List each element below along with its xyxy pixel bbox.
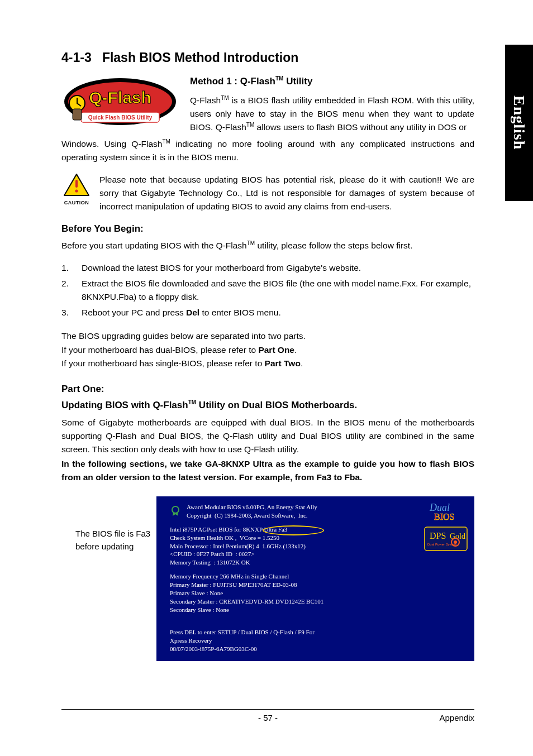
guides-paragraph: The BIOS upgrading guides below are sepa… bbox=[61, 329, 474, 370]
bios-line: Main Processor : Intel Pentium(R) 4 1.6G… bbox=[170, 542, 465, 551]
bios-line: 08/07/2003-i875P-6A79BG03C-00 bbox=[170, 645, 465, 653]
bios-line: Award Modular BIOS v6.00PG, An Energy St… bbox=[187, 503, 317, 511]
svg-rect-6 bbox=[73, 109, 82, 120]
part-one-heading: Part One: bbox=[61, 384, 474, 395]
part-one-bold-note: In the following sections, we take GA-8K… bbox=[61, 457, 474, 484]
svg-text:Dual: Dual bbox=[429, 502, 450, 513]
bios-line: Press DEL to enter SETUP / Dual BIOS / Q… bbox=[170, 628, 465, 637]
step-item: 2.Extract the BIOS file downloaded and s… bbox=[61, 277, 474, 304]
bios-screenshot: Dual BIOS DPS Gold Dual Power System bbox=[156, 496, 474, 661]
bios-line: Secondary Slave : None bbox=[170, 606, 465, 614]
dual-bios-logo: Dual BIOS bbox=[424, 502, 468, 521]
dps-gold-logo: DPS Gold Dual Power System bbox=[424, 527, 468, 551]
section-title: Flash BIOS Method Introduction bbox=[102, 50, 298, 65]
svg-text:DPS: DPS bbox=[430, 531, 446, 540]
section-heading: 4-1-3 Flash BIOS Method Introduction bbox=[61, 50, 474, 65]
part-one-subheading: Updating BIOS with Q-FlashTM Utility on … bbox=[61, 399, 474, 411]
step-item: 1.Download the latest BIOS for your moth… bbox=[61, 261, 474, 275]
caution-label: CAUTION bbox=[61, 200, 92, 205]
svg-point-16 bbox=[454, 540, 457, 544]
bios-line: Check System Health OK , VCore = 1.5250 bbox=[170, 534, 465, 542]
bios-line: Memory Testing : 131072K OK bbox=[170, 558, 465, 567]
bios-line: Memory Frequency 266 MHz in Single Chann… bbox=[170, 572, 465, 581]
page-footer: - 57 - Appendix bbox=[61, 709, 474, 722]
bios-line: Primary Slave : None bbox=[170, 589, 465, 597]
section-number: 4-1-3 bbox=[61, 50, 92, 65]
svg-text:Quick Flash BIOS Utility: Quick Flash BIOS Utility bbox=[88, 114, 153, 121]
screenshot-caption: The BIOS file is Fa3 before updating bbox=[61, 496, 156, 553]
part-one-body: Some of Gigabyte motherboards are equipp… bbox=[61, 416, 474, 456]
bios-line: Secondary Master : CREATIVEDVD-RM DVD124… bbox=[170, 597, 465, 606]
bios-line: Xpress Recovery bbox=[170, 637, 465, 645]
svg-rect-7 bbox=[75, 180, 78, 188]
bios-line: Primary Master : FUJITSU MPE3170AT ED-03… bbox=[170, 581, 465, 589]
steps-list: 1.Download the latest BIOS for your moth… bbox=[61, 261, 474, 319]
caution-text: Please note that because updating BIOS h… bbox=[99, 173, 474, 213]
footer-section: Appendix bbox=[439, 713, 474, 722]
svg-point-17 bbox=[172, 506, 179, 513]
award-logo-icon bbox=[170, 505, 181, 516]
intro-paragraph-right: Q-FlashTM is a BIOS flash utility embedd… bbox=[190, 94, 474, 134]
before-you-begin-heading: Before You Begin: bbox=[61, 223, 474, 235]
page-number: - 57 - bbox=[258, 713, 278, 722]
svg-text:BIOS: BIOS bbox=[434, 512, 454, 521]
intro-paragraph-cont: Windows. Using Q-FlashTM indicating no m… bbox=[61, 137, 474, 164]
caution-icon: CAUTION bbox=[61, 173, 92, 205]
bios-line: Copyright (C) 1984-2003, Award Software,… bbox=[187, 511, 317, 520]
step-item: 3.Reboot your PC and press Del to enter … bbox=[61, 306, 474, 319]
before-you-begin-text: Before you start updating BIOS with the … bbox=[61, 239, 474, 252]
bios-line: <CPUID : 0F27 Patch ID : 0027> bbox=[170, 550, 465, 558]
method-title: Method 1 : Q-FlashTM Utility bbox=[190, 75, 474, 87]
svg-point-8 bbox=[75, 190, 78, 193]
svg-text:Q-Flash: Q-Flash bbox=[89, 88, 151, 107]
qflash-logo: Q-Flash Quick Flash BIOS Utility bbox=[61, 75, 179, 128]
